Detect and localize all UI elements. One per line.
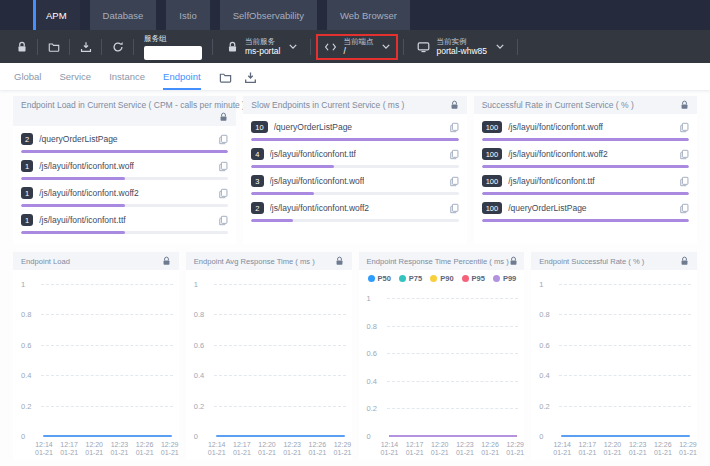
legend-item-p95[interactable]: P95 <box>462 274 485 283</box>
list-panel-slow-endpoints-in-current-service-ms: Slow Endpoints in Current Service ( ms )… <box>243 96 466 244</box>
service-group-input[interactable] <box>144 46 202 60</box>
tab-web-browser[interactable]: Web Browser <box>327 0 410 30</box>
gridline <box>387 353 519 354</box>
list-item[interactable]: 1/js/layui/font/iconfont.woff2 <box>13 180 236 207</box>
legend-item-p90[interactable]: P90 <box>430 274 453 283</box>
legend-label: P90 <box>440 274 453 283</box>
y-tick-label: 0.2 <box>367 404 377 413</box>
endpoint-label: /queryOrderListPage <box>39 134 117 144</box>
lock-icon[interactable] <box>509 256 518 266</box>
x-tick-label: 12:2001-21 <box>85 441 103 459</box>
copy-icon[interactable] <box>219 134 228 145</box>
lock-icon[interactable] <box>162 256 171 266</box>
lock-icon[interactable] <box>680 100 689 110</box>
download-icon[interactable] <box>244 70 257 83</box>
selector-[interactable]: 当前服务ms-portal <box>218 34 305 60</box>
x-tick-label: 12:2601-21 <box>481 441 499 459</box>
list-item[interactable]: 1/js/layui/font/iconfont.ttf <box>13 207 236 234</box>
nav-tabs: GlobalServiceInstanceEndpoint <box>14 63 201 90</box>
copy-icon[interactable] <box>680 122 689 133</box>
legend-dot <box>368 275 375 282</box>
panel-title: Slow Endpoints in Current Service ( ms ) <box>251 100 404 110</box>
refresh-icon[interactable] <box>110 39 125 54</box>
copy-icon[interactable] <box>450 122 459 133</box>
copy-icon[interactable] <box>680 176 689 187</box>
copy-icon[interactable] <box>680 203 689 214</box>
nav-bar: GlobalServiceInstanceEndpoint <box>0 63 710 90</box>
y-tick-label: 0.8 <box>194 310 204 319</box>
chevron-down-icon <box>382 44 390 49</box>
copy-icon[interactable] <box>219 215 228 226</box>
lock-icon <box>226 41 239 53</box>
tab-apm[interactable]: APM <box>33 0 80 30</box>
list-item[interactable]: 1/js/layui/font/iconfont.woff <box>13 153 236 180</box>
copy-icon[interactable] <box>219 188 228 199</box>
copy-icon[interactable] <box>450 176 459 187</box>
download-icon[interactable] <box>78 39 93 54</box>
nav-tab-service[interactable]: Service <box>59 63 91 90</box>
x-tick-label: 12:1401-21 <box>208 441 226 459</box>
divider <box>517 39 518 55</box>
list-item[interactable]: 100/js/layui/font/iconfont.woff2 <box>474 141 697 168</box>
folder-icon[interactable] <box>219 70 232 83</box>
x-tick-label: 12:2901-21 <box>334 441 352 459</box>
chart-area: 00.20.40.60.8112:1401-2112:1701-2112:200… <box>186 270 352 460</box>
list-item[interactable]: 100/js/layui/font/iconfont.woff <box>474 114 697 141</box>
legend-item-p99[interactable]: P99 <box>493 274 516 283</box>
legend-item-p75[interactable]: P75 <box>399 274 422 283</box>
endpoint-label: /js/layui/font/iconfont.woff2 <box>39 188 139 198</box>
lock-icon[interactable] <box>450 100 459 110</box>
nav-tab-instance[interactable]: Instance <box>109 63 145 90</box>
copy-icon[interactable] <box>680 149 689 160</box>
gridline <box>214 345 346 346</box>
y-tick-label: 1 <box>21 280 25 289</box>
gridline <box>214 406 346 407</box>
endpoint-label: /js/layui/font/iconfont.ttf <box>508 176 594 186</box>
list-item[interactable]: 3/js/layui/font/iconfont.woff <box>243 168 466 195</box>
lock-icon[interactable] <box>680 256 689 266</box>
value-badge: 100 <box>482 121 503 133</box>
copy-icon[interactable] <box>219 161 228 172</box>
x-axis: 12:1401-2112:1701-2112:2001-2112:2301-21… <box>35 441 179 459</box>
nav-tab-global[interactable]: Global <box>14 63 41 90</box>
copy-icon[interactable] <box>450 149 459 160</box>
plot-area: 00.20.40.60.81 <box>17 284 175 436</box>
app-root: APMDatabaseIstioSelfObservabilityWeb Bro… <box>0 0 710 466</box>
header: APMDatabaseIstioSelfObservabilityWeb Bro… <box>0 0 710 30</box>
list-item[interactable]: 2/queryOrderListPage <box>13 126 236 153</box>
selector-[interactable]: 当前实例portal-whw85 <box>409 34 512 60</box>
tab-istio[interactable]: Istio <box>166 0 209 30</box>
gridline <box>41 314 173 315</box>
legend-label: P50 <box>378 274 391 283</box>
tab-database[interactable]: Database <box>90 0 157 30</box>
list-item[interactable]: 10/queryOrderListPage <box>243 114 466 141</box>
endpoint-label: /js/layui/font/iconfont.ttf <box>270 149 356 159</box>
list-item[interactable]: 100/js/layui/font/iconfont.ttf <box>474 168 697 195</box>
tab-selfobservability[interactable]: SelfObservability <box>220 0 317 30</box>
panel-header: Endpoint Avg Response Time ( ms ) <box>186 252 352 270</box>
legend-dot <box>493 275 500 282</box>
nav-tab-endpoint[interactable]: Endpoint <box>163 63 201 90</box>
divider <box>133 39 134 55</box>
lock-icon[interactable] <box>335 256 344 266</box>
x-tick-label: 12:2301-21 <box>283 441 301 459</box>
lock-icon[interactable] <box>219 112 228 122</box>
list-item[interactable]: 4/js/layui/font/iconfont.ttf <box>243 141 466 168</box>
selector-[interactable]: 当前端点/ <box>316 34 398 60</box>
lock-icon[interactable] <box>14 39 29 54</box>
value-badge: 100 <box>482 175 503 187</box>
gridline <box>387 408 519 409</box>
chart-legend: P50P75P90P95P99 <box>368 274 523 283</box>
y-tick-label: 0.8 <box>539 310 549 319</box>
list-item[interactable]: 2/js/layui/font/iconfont.woff2 <box>243 195 466 222</box>
selector-value: / <box>343 46 373 57</box>
value-badge: 2 <box>21 133 33 145</box>
y-tick-label: 1 <box>539 280 543 289</box>
folder-icon[interactable] <box>46 39 61 54</box>
copy-icon[interactable] <box>450 203 459 214</box>
panel-title: Successful Rate in Current Service ( % ) <box>482 100 634 110</box>
chart-panel-endpoint-avg-response-time-ms: Endpoint Avg Response Time ( ms )00.20.4… <box>186 252 352 460</box>
value-badge: 100 <box>482 202 503 214</box>
list-item[interactable]: 100/queryOrderListPage <box>474 195 697 222</box>
legend-item-p50[interactable]: P50 <box>368 274 391 283</box>
